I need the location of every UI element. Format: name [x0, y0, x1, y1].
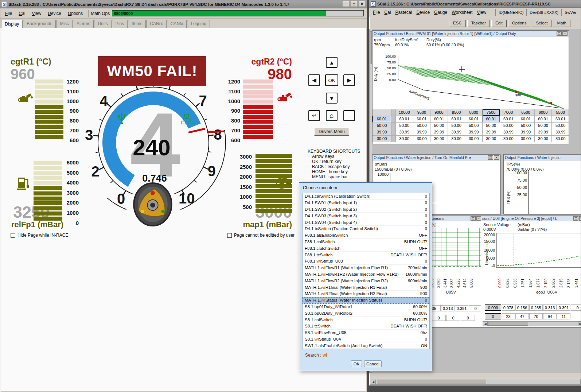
table-cell[interactable] [391, 116, 396, 123]
mon-item-row[interactable]: MATH.1.wiFlowR2 (Water Injection Flow R2… [303, 277, 429, 284]
table-cell[interactable]: 70 [529, 313, 543, 319]
table-cell[interactable]: 60.01 [517, 116, 535, 123]
table-cell[interactable]: 39.99 [413, 129, 431, 136]
scal-h-scrollbar[interactable]: ◀ [370, 379, 581, 385]
taskbar-button[interactable]: Taskbar [467, 20, 490, 27]
menu-item-file[interactable]: File [2, 10, 15, 17]
mon-item-row[interactable]: SW1.1.alsEnableSwitch (Anti Lag Switch)O… [303, 342, 429, 349]
options-button[interactable]: Options [508, 20, 531, 27]
table-cell[interactable]: 30.00 [535, 136, 552, 142]
table-cell[interactable]: 50.00 [396, 123, 413, 129]
table-cell[interactable]: 60.01 [500, 116, 518, 123]
table-cell[interactable]: 30.00 [500, 136, 518, 142]
table-cell[interactable]: 39.99 [465, 129, 483, 136]
tab-backgrounds[interactable]: Backgrounds [23, 20, 56, 28]
menu-item-device[interactable]: Device [44, 10, 65, 17]
menu-item-options[interactable]: Options [65, 10, 86, 17]
table-cell[interactable]: 30.00 [413, 136, 431, 142]
table-cell[interactable]: 0.391 [557, 304, 570, 311]
scal-titlebar[interactable]: S SCal 2.15.286 : C:\Users\Public\Docume… [369, 0, 581, 8]
mon-item-row[interactable]: F88.1.alsEnableSwitchOFF [303, 232, 429, 239]
table-cell[interactable]: 9000 [430, 109, 448, 116]
menu-item-view[interactable]: View [475, 9, 488, 16]
table-cell[interactable]: 50.00 [448, 123, 465, 129]
table-cell[interactable]: 6500 [517, 109, 535, 116]
table-cell[interactable] [391, 129, 396, 136]
close-icon[interactable]: × [562, 31, 568, 36]
table-cell[interactable]: 8500 [448, 109, 465, 116]
mon-item-row[interactable]: S8.1.wiStatus_U040 [303, 336, 429, 343]
select-button[interactable]: Select [532, 20, 551, 27]
tab-cantx[interactable]: CANtx [167, 20, 187, 28]
tab-misc[interactable]: Misc [56, 20, 73, 28]
mon-item-row[interactable]: S8.1.tcSwitchDEATH WISH OFF! [303, 323, 429, 330]
nav-home-button[interactable]: ⌂ [326, 110, 338, 121]
table-cell[interactable]: 50.00 [413, 123, 431, 129]
scroll-left-icon[interactable]: ◀ [371, 380, 376, 384]
table-cell[interactable]: 39.99 [500, 129, 518, 136]
table-cell[interactable]: 30.00 [517, 136, 535, 142]
table-cell[interactable]: 5500 [552, 109, 569, 116]
table-cell[interactable]: 39.99 [483, 129, 500, 136]
table-cell[interactable]: 30.00 [465, 136, 483, 142]
math-button[interactable]: Math [553, 20, 570, 27]
mon-item-row[interactable]: F88.1.clutchSwitchOFF [303, 245, 429, 252]
scroll-right-icon[interactable]: ▶ [578, 322, 581, 326]
table-cell[interactable]: 30.00 [373, 136, 391, 142]
tps-window-titlebar[interactable]: Output Functions / Water Injectio [504, 155, 581, 160]
mon-item-row[interactable]: D4.1.SW03 (Switch Input 3)0 [303, 213, 429, 219]
table-cell[interactable]: 30.00 [552, 136, 569, 142]
mon-item-row[interactable]: F88.1.calSwitchBURN OUT! [303, 239, 429, 245]
table-cell[interactable]: 30.00 [396, 136, 413, 142]
table-cell[interactable]: 23 [502, 313, 515, 319]
menu-item-pastecal[interactable]: Pastecal [393, 9, 414, 16]
tps-window[interactable]: Output Functions / Water Injectio TPS(%)… [503, 154, 581, 214]
table-cell[interactable]: 60.01 [430, 116, 448, 123]
tab-logging[interactable]: Logging [187, 20, 210, 28]
mon-item-row[interactable]: MATH.1.wiFlowR1 (Water Injection Flow R1… [303, 265, 429, 271]
table-cell[interactable]: 50.00 [517, 123, 535, 129]
restore-icon[interactable]: □ [573, 216, 578, 221]
nav-down-button[interactable]: ▼ [326, 93, 338, 104]
menu-item-view[interactable]: View [28, 10, 44, 17]
table-cell[interactable]: 50.00 [552, 123, 569, 129]
edit-button[interactable]: Edit [491, 20, 507, 27]
eop3-window-titlebar[interactable]: sors / U06 [Engine Oil Pressure 3] [eop3… [481, 216, 581, 221]
mon-item-row[interactable]: D4.1.SW04 (Switch Input 4)0 [303, 219, 429, 226]
table-cell[interactable]: 39.99 [430, 129, 448, 136]
table-cell[interactable]: 0 [469, 305, 482, 311]
table-cell[interactable] [391, 123, 396, 129]
table-cell[interactable]: 60.01 [535, 116, 552, 123]
table-cell[interactable] [391, 109, 396, 116]
table-cell[interactable]: 6000 [535, 109, 552, 116]
restore-icon[interactable]: □ [557, 31, 562, 36]
page-locked-checkbox[interactable]: Page cannot be editted by user [227, 233, 295, 238]
menu-item-cal[interactable]: Cal [15, 10, 28, 17]
menu-item-gauge[interactable]: Gauge [432, 9, 449, 16]
table-cell[interactable]: 0 [432, 315, 446, 321]
table-cell[interactable]: 0.313 [543, 304, 557, 311]
table-cell[interactable]: 39.99 [448, 129, 465, 136]
tab-alarms[interactable]: Alarms [73, 20, 94, 28]
eop3-h-scrollbar[interactable]: ◀ ▶ [483, 321, 581, 326]
table-cell[interactable]: 7500 [483, 109, 500, 116]
mon-item-row[interactable]: MATH.1.wiStatus (Water Injection Status)… [303, 297, 429, 304]
table-cell[interactable]: 60.01 [483, 116, 500, 123]
map-window-titlebar[interactable]: Output Functions / Basic PWM 01 [Water I… [373, 31, 569, 36]
mon-item-row[interactable]: D4.1.tcSwitch (Traction Control Switch)0 [303, 226, 429, 232]
table-cell[interactable]: 30.00 [448, 136, 465, 142]
mon-item-row[interactable]: D4.1.SW02 (Switch Input 2)0 [303, 206, 429, 213]
table-cell[interactable]: 0.313 [441, 305, 455, 311]
hide-page-checkbox[interactable]: Hide Page while IN-RACE [11, 233, 68, 238]
manifold-window-titlebar[interactable]: Output Functions / Water Injection / Tur… [373, 155, 500, 160]
tab-canrx[interactable]: CANrx [146, 20, 166, 28]
nav-back-button[interactable]: ↩ [308, 110, 320, 121]
table-cell[interactable]: 60.01 [465, 116, 483, 123]
mon-item-row[interactable]: S8.1.calSwitchBURN OUT! [303, 317, 429, 323]
menu-item-cal[interactable]: Cal [382, 9, 393, 16]
table-cell[interactable]: 0.000 [485, 304, 501, 311]
table-cell[interactable]: 0 [571, 304, 581, 311]
ok-button[interactable]: OK [351, 360, 362, 367]
checkbox-icon[interactable] [227, 233, 232, 238]
table-cell[interactable]: 60.01 [552, 116, 569, 123]
